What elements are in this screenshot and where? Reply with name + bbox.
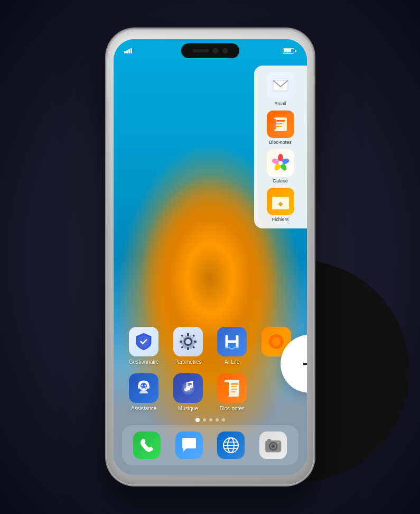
gestionnaire-label: Gestionnaire	[129, 359, 159, 365]
fichiers-icon	[267, 188, 294, 215]
blocnotes-svg	[273, 116, 288, 132]
svg-rect-22	[180, 341, 182, 343]
signal-icon	[124, 48, 132, 53]
dot-5	[222, 418, 225, 421]
phone-icon	[139, 437, 155, 453]
panel-label-fichiers: Fichiers	[272, 217, 289, 222]
assistance-icon	[129, 373, 158, 403]
status-right	[283, 48, 296, 54]
panel-label-blocnotes: Bloc-notes	[269, 140, 292, 145]
dot-1	[195, 418, 200, 422]
parametres-icon	[173, 327, 203, 356]
battery-fill	[284, 49, 291, 52]
panel-app-galerie[interactable]: Galerie	[267, 149, 294, 183]
phone-screen: 08:08	[114, 39, 307, 475]
panel-label-email: Email	[274, 101, 286, 106]
svg-rect-36	[147, 386, 150, 389]
page-dots	[114, 418, 307, 422]
svg-rect-44	[231, 386, 237, 387]
blocnotes2-label: Bloc-notes	[220, 406, 245, 411]
galerie-icon	[267, 149, 294, 177]
svg-rect-20	[187, 333, 189, 336]
plus-sign: +	[302, 351, 306, 377]
svg-rect-43	[231, 383, 238, 385]
galerie-svg	[271, 153, 290, 172]
ailife-icon	[217, 327, 247, 356]
dock-phone[interactable]	[133, 432, 161, 459]
app-gestionnaire[interactable]: Gestionnaire	[124, 327, 164, 365]
svg-rect-57	[267, 439, 271, 442]
app-blocnotes2[interactable]: Bloc-notes	[212, 373, 253, 411]
dock-camera[interactable]	[259, 432, 287, 459]
battery-tip	[295, 50, 296, 52]
svg-point-19	[185, 339, 191, 344]
ailife-svg	[222, 332, 241, 351]
email-icon	[267, 72, 294, 99]
ailife-label: AI Life	[225, 359, 239, 365]
svg-point-12	[278, 161, 283, 165]
camera-icon	[265, 438, 282, 453]
svg-point-30	[272, 337, 281, 346]
speaker	[193, 49, 209, 52]
fichiers-svg	[272, 194, 289, 209]
dot-4	[216, 418, 219, 421]
orange-svg	[267, 332, 286, 351]
svg-rect-23	[194, 341, 197, 343]
panel-app-email[interactable]: Email	[267, 72, 294, 106]
battery-body	[283, 48, 294, 54]
dot-3	[209, 418, 212, 421]
blocnotes2-icon	[217, 373, 247, 403]
musique-label: Musique	[178, 406, 198, 411]
battery-icon	[283, 48, 296, 54]
svg-rect-5	[273, 119, 276, 130]
blocnotes2-svg	[222, 379, 241, 398]
scene: 08:08	[0, 0, 420, 514]
dock	[122, 425, 298, 465]
svg-rect-2	[276, 120, 285, 122]
camera-notch	[213, 48, 218, 53]
messages-icon	[181, 438, 197, 453]
svg-point-34	[145, 385, 146, 387]
shield-svg	[134, 332, 153, 351]
svg-rect-3	[276, 123, 283, 124]
notch	[181, 43, 239, 58]
musique-svg	[179, 379, 198, 398]
svg-rect-35	[138, 386, 140, 389]
svg-point-58	[277, 442, 279, 444]
app-grid: Gestionnaire	[114, 327, 307, 411]
dock-browser[interactable]	[217, 432, 245, 459]
assistance-label: Assistance	[131, 406, 156, 411]
panel-app-fichiers[interactable]: Fichiers	[267, 188, 294, 222]
app-assistance[interactable]: Assistance	[124, 373, 164, 411]
assistance-svg	[134, 379, 153, 398]
svg-rect-46	[231, 391, 236, 392]
panel-label-galerie: Galerie	[273, 178, 288, 183]
browser-icon	[222, 437, 239, 454]
svg-point-56	[272, 445, 274, 447]
gear-svg	[179, 332, 198, 351]
email-svg	[273, 80, 288, 91]
gestionnaire-icon	[129, 327, 158, 356]
app-ailife[interactable]: AI Life	[212, 327, 253, 365]
blocnotes-icon	[267, 111, 294, 138]
svg-rect-42	[225, 382, 229, 397]
svg-rect-21	[187, 347, 189, 350]
right-panel: Email Bloc-notes	[254, 66, 307, 228]
svg-rect-45	[231, 389, 237, 390]
app-parametres[interactable]: Paramètres	[168, 327, 208, 365]
svg-point-33	[142, 385, 143, 387]
camera-notch2	[222, 48, 228, 53]
status-left	[124, 48, 132, 53]
app-musique[interactable]: Musique	[168, 373, 208, 411]
dot-2	[203, 418, 206, 421]
svg-rect-4	[276, 126, 282, 127]
parametres-label: Paramètres	[174, 359, 202, 365]
phone-frame: 08:08	[107, 30, 313, 484]
musique-icon	[173, 373, 203, 403]
dock-messages[interactable]	[175, 432, 203, 459]
panel-app-blocnotes[interactable]: Bloc-notes	[267, 111, 294, 145]
